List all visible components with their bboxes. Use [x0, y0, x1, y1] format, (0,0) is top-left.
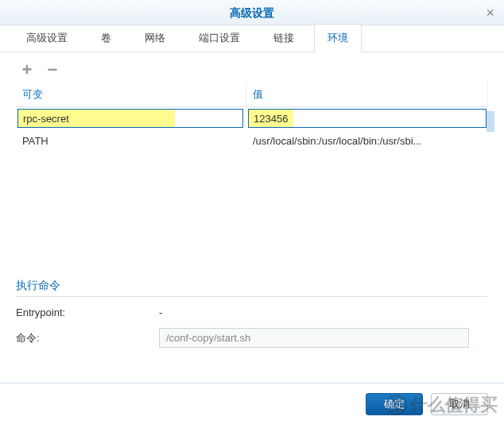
add-icon[interactable]: +: [19, 62, 35, 78]
tab-bar: 高级设置 卷 网络 端口设置 链接 环境: [0, 25, 504, 52]
command-row: 命令:: [0, 323, 504, 353]
entrypoint-row: Entrypoint: -: [0, 302, 504, 323]
tab-volume[interactable]: 卷: [87, 24, 125, 52]
cancel-button[interactable]: 取消: [431, 393, 488, 415]
env-toolbar: + −: [0, 52, 504, 83]
tab-advanced[interactable]: 高级设置: [13, 24, 81, 52]
exec-section-title: 执行命令: [16, 279, 488, 297]
table-row[interactable]: [16, 107, 488, 129]
entrypoint-value: -: [159, 307, 162, 318]
command-input[interactable]: [159, 328, 469, 348]
tab-port[interactable]: 端口设置: [185, 24, 254, 52]
dialog-title: 高级设置: [230, 6, 274, 19]
dialog-footer: 确定 取消: [0, 383, 504, 415]
command-label: 命令:: [16, 331, 159, 345]
dialog-header: 高级设置 ×: [0, 0, 504, 25]
table-row[interactable]: PATH /usr/local/sbin:/usr/local/bin:/usr…: [16, 129, 488, 152]
header-variable[interactable]: 可变: [16, 83, 246, 106]
tab-links[interactable]: 链接: [260, 24, 308, 52]
env-table: 可变 值 PATH /usr/local/sbin:/usr/local/bin…: [0, 83, 504, 152]
tab-environment[interactable]: 环境: [314, 24, 362, 52]
close-icon[interactable]: ×: [486, 5, 494, 21]
tab-network[interactable]: 网络: [131, 24, 179, 52]
entrypoint-label: Entrypoint:: [16, 307, 159, 318]
env-value-cell: /usr/local/sbin:/usr/local/bin:/usr/sbi.…: [246, 131, 469, 151]
selection-indicator: [487, 111, 494, 132]
ok-button[interactable]: 确定: [366, 393, 423, 415]
header-value[interactable]: 值: [246, 83, 488, 106]
remove-icon[interactable]: −: [45, 62, 60, 78]
env-value-input[interactable]: [248, 109, 487, 128]
table-header-row: 可变 值: [16, 83, 488, 107]
env-variable-input[interactable]: [17, 109, 243, 128]
env-variable-cell: PATH: [16, 131, 246, 151]
